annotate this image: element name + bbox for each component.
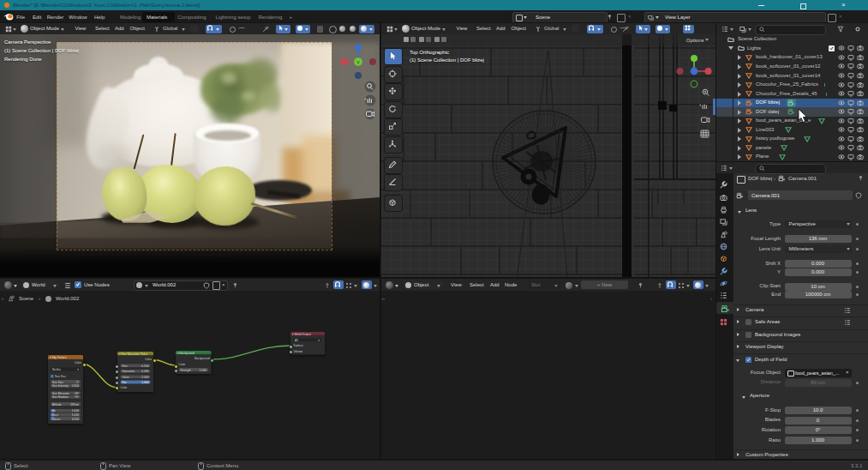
svg-text:Y: Y xyxy=(356,60,360,65)
